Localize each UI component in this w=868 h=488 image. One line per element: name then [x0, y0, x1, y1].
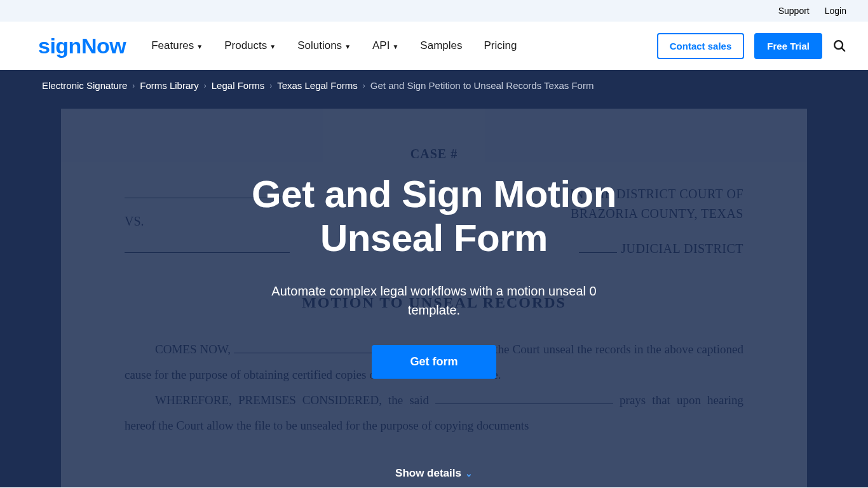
contact-sales-button[interactable]: Contact sales: [657, 33, 745, 59]
logo-sign: sign: [38, 34, 81, 58]
chevron-down-icon: ▼: [344, 43, 351, 50]
hero-section: Electronic Signature › Forms Library › L…: [0, 70, 868, 487]
breadcrumb-link[interactable]: Electronic Signature: [42, 80, 127, 91]
nav-products[interactable]: Products ▼: [224, 39, 276, 52]
header-actions: Contact sales Free Trial: [657, 33, 846, 59]
get-form-button[interactable]: Get form: [372, 345, 496, 379]
nav-solutions-label: Solutions: [297, 39, 342, 52]
chevron-right-icon: ›: [363, 81, 365, 90]
logo-now: Now: [81, 34, 126, 58]
nav-products-label: Products: [224, 39, 267, 52]
show-details-label: Show details: [395, 467, 461, 480]
show-details-toggle[interactable]: Show details ⌄: [395, 467, 473, 480]
chevron-right-icon: ›: [269, 81, 272, 90]
nav-api[interactable]: API ▼: [372, 39, 398, 52]
breadcrumb: Electronic Signature › Forms Library › L…: [10, 70, 858, 97]
chevron-down-icon: ▼: [196, 43, 203, 50]
breadcrumb-link[interactable]: Forms Library: [140, 80, 199, 91]
nav-pricing[interactable]: Pricing: [484, 39, 517, 52]
nav-features-label: Features: [151, 39, 194, 52]
chevron-down-icon: ▼: [392, 43, 398, 50]
utility-bar: Support Login: [0, 0, 868, 22]
nav-samples-label: Samples: [420, 39, 462, 52]
nav-features[interactable]: Features ▼: [151, 39, 203, 52]
login-link[interactable]: Login: [825, 6, 846, 16]
breadcrumb-current: Get and Sign Petition to Unseal Records …: [370, 80, 594, 91]
support-link[interactable]: Support: [778, 6, 810, 16]
search-icon[interactable]: [832, 39, 846, 53]
nav-samples[interactable]: Samples: [420, 39, 462, 52]
free-trial-button[interactable]: Free Trial: [754, 33, 822, 59]
primary-nav: Features ▼ Products ▼ Solutions ▼ API ▼ …: [151, 39, 657, 52]
nav-api-label: API: [372, 39, 390, 52]
nav-solutions[interactable]: Solutions ▼: [297, 39, 351, 52]
page-subtitle: Automate complex legal workflows with a …: [256, 281, 612, 320]
breadcrumb-link[interactable]: Texas Legal Forms: [277, 80, 358, 91]
chevron-down-icon: ⌄: [465, 468, 473, 478]
svg-line-1: [842, 48, 845, 51]
hero-overlay: Get and Sign Motion Unseal Form Automate…: [61, 109, 807, 487]
brand-logo[interactable]: signNow: [38, 34, 126, 58]
breadcrumb-link[interactable]: Legal Forms: [212, 80, 264, 91]
chevron-right-icon: ›: [132, 81, 135, 90]
main-header: signNow Features ▼ Products ▼ Solutions …: [0, 22, 868, 70]
chevron-down-icon: ▼: [269, 43, 276, 50]
nav-pricing-label: Pricing: [484, 39, 517, 52]
hero-content: CASE # IN THE DISTRICT COURT OF VS. BRAZ…: [61, 109, 807, 487]
chevron-right-icon: ›: [204, 81, 207, 90]
page-title: Get and Sign Motion Unseal Form: [193, 172, 675, 260]
